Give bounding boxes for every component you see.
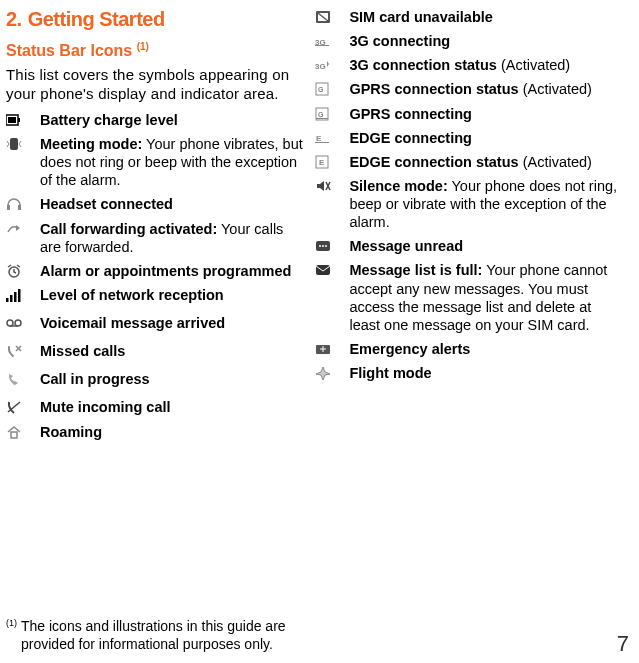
item-bold: Headset connected	[40, 196, 173, 212]
svg-rect-13	[11, 432, 17, 438]
list-item: Call in progress	[6, 370, 303, 388]
roaming-icon	[6, 423, 40, 439]
svg-rect-4	[7, 205, 10, 210]
svg-rect-7	[6, 298, 9, 302]
item-text: SIM card unavailable	[349, 8, 625, 26]
svg-point-30	[322, 245, 324, 247]
section-title: 2.Getting Started	[6, 8, 303, 31]
gprsact-icon: G	[315, 80, 349, 96]
svg-rect-17	[315, 45, 329, 46]
item-text: GPRS connection status (Activated)	[349, 80, 625, 98]
item-bold: Message unread	[349, 238, 463, 254]
list-item: Voicemail message arrived	[6, 314, 303, 332]
list-item: Alarm or appointments programmed	[6, 262, 303, 280]
svg-rect-1	[18, 118, 20, 122]
item-bold: Call forwarding activated:	[40, 221, 217, 237]
right-column: SIM card unavailable3G3G connecting3G3G …	[315, 8, 625, 663]
list-item: 3G3G connecting	[315, 32, 625, 50]
item-bold: Emergency alerts	[349, 341, 470, 357]
msgfull-icon	[315, 261, 349, 277]
list-item: Flight mode	[315, 364, 625, 382]
alarm-icon	[6, 262, 40, 278]
list-item: Mute incoming call	[6, 398, 303, 416]
item-bold: 3G connection status	[349, 57, 496, 73]
missed-icon	[6, 342, 40, 358]
item-text: Silence mode: Your phone does not ring, …	[349, 177, 625, 231]
item-bold: Voicemail message arrived	[40, 315, 225, 331]
item-bold: Level of network reception	[40, 287, 224, 303]
item-text: Call in progress	[40, 370, 303, 388]
item-text: Missed calls	[40, 342, 303, 360]
list-item: GGPRS connection status (Activated)	[315, 80, 625, 98]
signal-icon	[6, 286, 40, 302]
item-text: Headset connected	[40, 195, 303, 213]
left-icon-list: Battery charge levelMeeting mode: Your p…	[6, 111, 303, 441]
item-text: Meeting mode: Your phone vibrates, but d…	[40, 135, 303, 189]
item-bold: Missed calls	[40, 343, 125, 359]
page-number: 7	[617, 631, 629, 657]
item-bold: EDGE connection status	[349, 154, 518, 170]
mute-icon	[6, 398, 40, 414]
svg-rect-8	[10, 295, 13, 302]
item-text: Flight mode	[349, 364, 625, 382]
list-item: Silence mode: Your phone does not ring, …	[315, 177, 625, 231]
item-bold: Mute incoming call	[40, 399, 171, 415]
headset-icon	[6, 195, 40, 211]
section-number: 2.	[6, 8, 22, 30]
footnote: (1) The icons and illustrations in this …	[6, 618, 306, 653]
subsection-title-text: Status Bar Icons	[6, 42, 132, 59]
right-icon-list: SIM card unavailable3G3G connecting3G3G …	[315, 8, 625, 382]
item-text: Level of network reception	[40, 286, 303, 304]
silence-icon	[315, 177, 349, 193]
intro-text: This list covers the symbols appearing o…	[6, 66, 303, 103]
gprsconn-icon: G	[315, 105, 349, 121]
item-bold: EDGE connecting	[349, 130, 471, 146]
list-item: Meeting mode: Your phone vibrates, but d…	[6, 135, 303, 189]
call-icon	[6, 370, 40, 386]
flight-icon	[315, 364, 349, 380]
item-bold: GPRS connecting	[349, 106, 471, 122]
page: 2.Getting Started Status Bar Icons (1) T…	[0, 0, 639, 663]
list-item: 3G3G connection status (Activated)	[315, 56, 625, 74]
item-rest: (Activated)	[519, 154, 592, 170]
item-bold: Flight mode	[349, 365, 431, 381]
item-text: EDGE connection status (Activated)	[349, 153, 625, 171]
svg-point-31	[325, 245, 327, 247]
list-item: EEDGE connecting	[315, 129, 625, 147]
item-text: EDGE connecting	[349, 129, 625, 147]
item-text: Voicemail message arrived	[40, 314, 303, 332]
item-text: Mute incoming call	[40, 398, 303, 416]
item-bold: Alarm or appointments programmed	[40, 263, 291, 279]
item-rest: (Activated)	[519, 81, 592, 97]
emergency-icon	[315, 340, 349, 356]
item-text: Battery charge level	[40, 111, 303, 129]
msg-icon	[315, 237, 349, 253]
forward-icon	[6, 220, 40, 236]
item-bold: Message list is full:	[349, 262, 482, 278]
svg-rect-25	[315, 142, 329, 143]
item-bold: Meeting mode:	[40, 136, 142, 152]
subsection-title: Status Bar Icons (1)	[6, 41, 303, 60]
item-bold: Call in progress	[40, 371, 150, 387]
3gact-icon: 3G	[315, 56, 349, 72]
item-text: Alarm or appointments programmed	[40, 262, 303, 280]
svg-rect-10	[18, 289, 21, 302]
svg-text:E: E	[316, 134, 322, 143]
list-item: EEDGE connection status (Activated)	[315, 153, 625, 171]
item-text: 3G connection status (Activated)	[349, 56, 625, 74]
sim-icon	[315, 8, 349, 24]
list-item: Missed calls	[6, 342, 303, 360]
list-item: Headset connected	[6, 195, 303, 213]
svg-rect-5	[18, 205, 21, 210]
voicemail-icon	[6, 314, 40, 330]
left-column: 2.Getting Started Status Bar Icons (1) T…	[6, 8, 303, 663]
item-rest: (Activated)	[497, 57, 570, 73]
item-text: Message list is full: Your phone cannot …	[349, 261, 625, 334]
battery-icon	[6, 111, 40, 127]
svg-text:E: E	[319, 158, 325, 167]
item-text: GPRS connecting	[349, 105, 625, 123]
item-bold: Silence mode:	[349, 178, 447, 194]
svg-text:3G: 3G	[315, 62, 326, 71]
list-item: Call forwarding activated: Your calls ar…	[6, 220, 303, 256]
svg-point-29	[319, 245, 321, 247]
